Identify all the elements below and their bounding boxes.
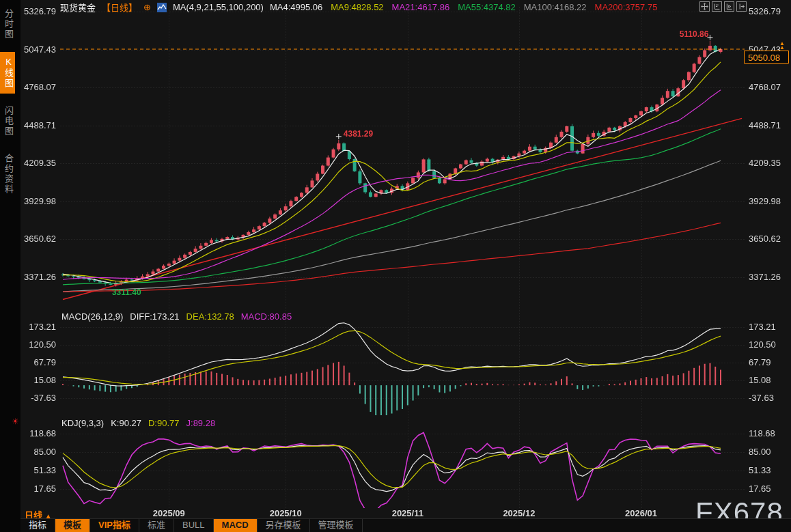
app-window: 分时图K线图闪电图合约资料 ☀ 现货黄金 【日线】 ⊕ MA(4,9,21,55… [0,0,791,532]
instrument-title: 现货黄金 [60,1,96,14]
sidebar-tab-0[interactable]: 分时图 [0,4,15,44]
macd-axis-left-3: 15.08 [20,375,56,386]
footer-tab-2[interactable]: VIP指标 [90,519,139,532]
macd-axis-left-0: 173.21 [20,322,56,333]
main-axis-right-2: 4768.07 [749,82,788,93]
macd-params-label[interactable]: MACD(26,12,9) [61,311,123,322]
main-axis-right-0: 5326.79 [749,6,788,17]
pan-icon[interactable] [699,1,710,12]
kdj-axis-right-0: 118.68 [749,428,788,439]
macd-axis-left-4: -37.63 [20,393,56,404]
macd-axis-left-1: 120.50 [20,339,56,350]
go-to-latest-icon[interactable] [736,1,747,12]
kdj-params-label[interactable]: KDJ(9,3,3) [61,418,104,428]
ma-legend-value-1: MA9:4828.52 [331,2,383,12]
sidebar-tab-2[interactable]: 闪电图 [0,101,15,141]
kdj-header: KDJ(9,3,3) K:90.27 D:90.77 J:89.28 [61,418,215,428]
kdj-axis-left-0: 118.68 [20,428,56,439]
month-label-1: 2025/10 [265,508,306,518]
ma-legend-value-2: MA21:4617.86 [392,2,450,12]
macd-axis-right-1: 120.50 [749,339,788,350]
period-tag[interactable]: 【日线】 [102,1,137,14]
footer-tabs: 指标模板VIP指标标准BULLMACD另存模板管理模板 [20,518,791,532]
main-axis-right-7: 3371.26 [749,272,788,283]
kdj-k-value: K:90.27 [111,418,141,428]
footer-tab-5[interactable]: MACD [214,519,258,532]
macd-axis-right-2: 67.79 [749,357,788,368]
month-label-0: 2025/09 [148,508,189,518]
main-axis-left-0: 5326.79 [20,6,56,17]
ma-legend-value-4: MA100:4168.22 [524,2,587,12]
chart-header: 现货黄金 【日线】 ⊕ MA(4,9,21,55,100,200) MA4:49… [60,1,657,13]
sidebar-tab-1[interactable]: K线图 [0,52,15,94]
kdj-axis-right-2: 51.33 [749,465,788,476]
sidebar-tab-3[interactable]: 合约资料 [0,149,15,199]
main-axis-left-4: 4209.35 [20,158,56,169]
y-axis-zoom-icon[interactable] [712,1,722,12]
chart-toolbar [699,1,747,12]
add-indicator-icon[interactable]: ⊕ [143,2,151,12]
current-price-value: 5050.08 [748,53,780,63]
price-annotation-1: 4381.29 [344,129,373,139]
x-axis-zoom-icon[interactable] [724,1,734,12]
macd-header: MACD(26,12,9) DIFF:173.21 DEA:132.78 MAC… [61,311,292,322]
kdj-axis-left-1: 85.00 [20,447,56,458]
ma-legend-value-5: MA200:3757.75 [595,2,658,12]
price-annotation-0: 5110.86 [651,29,708,39]
macd-axis-right-4: -37.63 [749,393,788,404]
kdj-axis-right-1: 85.00 [749,447,788,458]
kdj-j-value: J:89.28 [186,418,216,428]
ma-legend-value-3: MA55:4374.82 [458,2,516,12]
main-axis-left-6: 3650.62 [20,234,56,244]
kdj-axis-right-3: 17.65 [749,484,788,494]
current-price-box: 5050.08 [744,51,789,64]
macd-dea-value: DEA:132.78 [186,311,234,322]
main-axis-left-5: 3929.98 [20,196,56,207]
main-axis-right-3: 4488.71 [749,120,788,131]
month-label-2: 2025/11 [387,508,428,518]
scroll-to-price-icon[interactable]: ▲▲ [779,42,785,50]
kdj-d-value: D:90.77 [148,418,180,428]
macd-axis-right-3: 15.08 [749,375,788,386]
alert-sun-icon[interactable]: ☀ [12,417,19,426]
macd-diff-value: DIFF:173.21 [130,311,179,322]
main-axis-left-7: 3371.26 [20,272,56,283]
footer-tab-1[interactable]: 模板 [55,519,90,532]
month-label-4: 2026/01 [621,508,662,518]
macd-axis-right-0: 173.21 [749,322,788,333]
main-axis-right-4: 4209.35 [749,158,788,169]
sidebar: 分时图K线图闪电图合约资料 [0,0,20,532]
main-axis-left-3: 4488.71 [20,120,56,131]
price-annotation-2: 3311.40 [112,288,141,297]
ma-legend-value-0: MA4:4995.06 [270,2,322,12]
main-axis-left-2: 4768.07 [20,82,56,93]
main-axis-right-6: 3650.62 [749,234,788,244]
footer-tab-0[interactable]: 指标 [20,519,55,532]
footer-tab-3[interactable]: 标准 [139,519,174,532]
main-axis-right-5: 3929.98 [749,196,788,207]
footer-tab-7[interactable]: 管理模板 [310,519,363,532]
footer-tab-4[interactable]: BULL [174,519,214,532]
kdj-axis-left-3: 17.65 [20,484,56,494]
chart-type-icon[interactable] [157,3,167,12]
ma-settings-label[interactable]: MA(4,9,21,55,100,200) [173,2,264,12]
month-label-3: 2025/12 [499,508,540,518]
macd-hist-value: MACD:80.85 [241,311,292,322]
main-axis-left-1: 5047.43 [20,44,56,55]
macd-axis-left-2: 67.79 [20,357,56,368]
footer-tab-6[interactable]: 另存模板 [258,519,310,532]
chart-canvas[interactable] [0,0,791,532]
kdj-axis-left-2: 51.33 [20,465,56,476]
